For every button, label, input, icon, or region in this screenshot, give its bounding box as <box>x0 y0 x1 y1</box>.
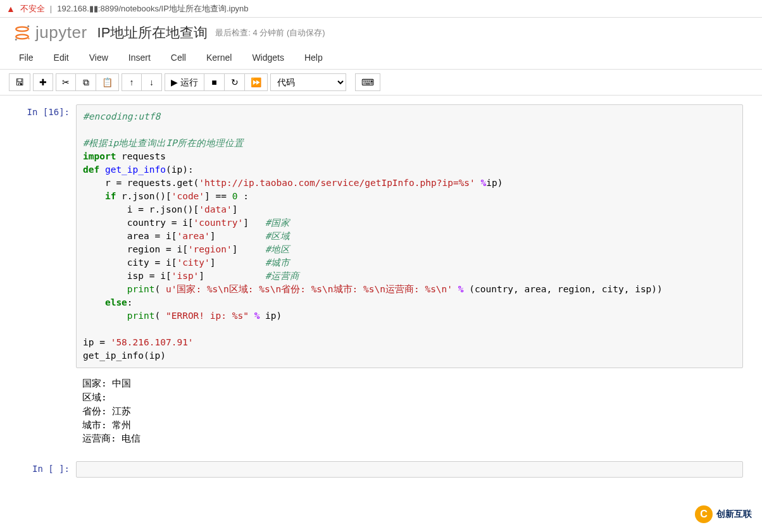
notebook-name[interactable]: IP地址所在地查询 <box>97 23 208 42</box>
run-button[interactable]: ▶运行 <box>165 73 204 91</box>
menu-cell[interactable]: Cell <box>161 47 196 68</box>
move-down-button[interactable]: ↓ <box>142 73 162 91</box>
notebook-header: jupyter IP地址所在地查询 最后检查: 4 分钟前 (自动保存) <box>0 18 762 46</box>
restart-button[interactable]: ↻ <box>225 73 245 91</box>
code-input-area[interactable]: #encoding:utf8 #根据ip地址查询出IP所在的地理位置 impor… <box>76 104 743 368</box>
save-button[interactable]: 🖫 <box>9 73 30 91</box>
browser-address-bar: ▲ 不安全 | 192.168.▮▮:8899/notebooks/IP地址所在… <box>0 0 762 18</box>
code-content[interactable]: #encoding:utf8 #根据ip地址查询出IP所在的地理位置 impor… <box>83 110 736 362</box>
menu-view[interactable]: View <box>79 47 118 68</box>
output-text: 国家: 中国 区域: 省份: 江苏 城市: 常州 运营商: 电信 <box>76 373 743 450</box>
menu-kernel[interactable]: Kernel <box>196 47 242 68</box>
move-up-button[interactable]: ↑ <box>122 73 142 91</box>
jupyter-logo-icon <box>13 23 32 42</box>
url-text[interactable]: 192.168.▮▮:8899/notebooks/IP地址所在地查询.ipyn… <box>57 3 248 15</box>
fast-forward-icon: ⏩ <box>251 78 261 87</box>
paste-button[interactable]: 📋 <box>96 73 119 91</box>
warning-icon: ▲ <box>6 4 15 14</box>
separator: | <box>50 4 52 13</box>
code-cell-empty[interactable]: In [ ]: <box>0 459 762 480</box>
input-prompt-empty: In [ ]: <box>0 461 76 478</box>
menu-edit[interactable]: Edit <box>44 47 79 68</box>
paste-icon: 📋 <box>102 78 113 87</box>
insert-cell-button[interactable]: ✚ <box>33 73 53 91</box>
output-cell: 国家: 中国 区域: 省份: 江苏 城市: 常州 运营商: 电信 <box>0 373 762 456</box>
stop-icon: ■ <box>211 78 216 87</box>
code-input-area-empty[interactable] <box>76 461 743 478</box>
run-icon: ▶ <box>171 78 178 87</box>
restart-icon: ↻ <box>231 78 239 87</box>
arrow-down-icon: ↓ <box>149 78 154 87</box>
unsafe-label: 不安全 <box>20 3 45 15</box>
plus-icon: ✚ <box>39 78 47 87</box>
menu-insert[interactable]: Insert <box>118 47 161 68</box>
svg-point-1 <box>16 34 28 39</box>
copy-button[interactable]: ⧉ <box>76 73 96 91</box>
watermark-badge-icon: C <box>695 505 713 508</box>
input-prompt: In [16]: <box>0 104 76 368</box>
restart-run-all-button[interactable]: ⏩ <box>245 73 268 91</box>
menu-file[interactable]: File <box>9 47 44 68</box>
menu-widgets[interactable]: Widgets <box>242 47 294 68</box>
output-prompt <box>0 373 76 450</box>
notebook-container: In [16]: #encoding:utf8 #根据ip地址查询出IP所在的地… <box>0 96 762 508</box>
svg-point-4 <box>28 37 29 39</box>
svg-point-2 <box>27 25 29 27</box>
watermark: C 创新互联 <box>695 505 752 508</box>
cut-button[interactable]: ✂ <box>56 73 76 91</box>
celltype-select[interactable]: 代码 <box>270 73 346 91</box>
command-palette-button[interactable]: ⌨ <box>355 73 380 91</box>
jupyter-logo[interactable]: jupyter <box>13 23 87 42</box>
brand-text: jupyter <box>35 23 87 42</box>
menu-help[interactable]: Help <box>294 47 333 68</box>
checkpoint-status: 最后检查: 4 分钟前 (自动保存) <box>215 27 325 39</box>
menubar: File Edit View Insert Cell Kernel Widget… <box>0 46 762 70</box>
arrow-up-icon: ↑ <box>130 78 134 87</box>
scissors-icon: ✂ <box>62 78 70 87</box>
keyboard-icon: ⌨ <box>361 78 374 87</box>
svg-point-3 <box>15 39 17 40</box>
code-cell[interactable]: In [16]: #encoding:utf8 #根据ip地址查询出IP所在的地… <box>0 102 762 371</box>
toolbar: 🖫 ✚ ✂ ⧉ 📋 ↑ ↓ ▶运行 ■ ↻ ⏩ 代码 ⌨ <box>0 70 762 96</box>
run-label: 运行 <box>180 78 198 87</box>
save-icon: 🖫 <box>15 78 24 87</box>
interrupt-button[interactable]: ■ <box>204 73 225 91</box>
svg-point-0 <box>16 27 28 31</box>
copy-icon: ⧉ <box>83 78 89 87</box>
